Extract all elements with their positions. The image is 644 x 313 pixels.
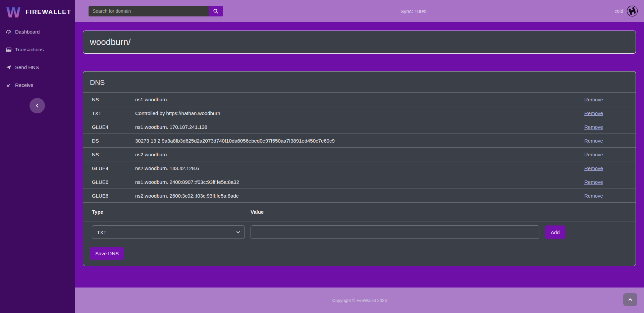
receive-arrow-icon — [6, 82, 12, 88]
dns-record-row: NSns2.woodburn.Remove — [83, 148, 636, 161]
domain-search — [89, 6, 223, 16]
remove-record-link[interactable]: Remove — [584, 152, 603, 157]
remove-record-link[interactable]: Remove — [584, 193, 603, 199]
dns-record-row: GLUE4ns1.woodburn. 170.187.241.138Remove — [83, 120, 636, 134]
remove-record-link[interactable]: Remove — [584, 165, 603, 171]
chevron-left-icon — [35, 103, 40, 108]
search-icon — [213, 8, 219, 14]
type-column-header: Type — [92, 209, 251, 215]
transactions-table-icon — [6, 47, 12, 53]
dns-record-type: TXT — [92, 110, 135, 116]
dns-record-type: NS — [92, 152, 135, 157]
dns-record-value: 30273 13 2 9a3a8fb3d625d2a2073d740f10da6… — [135, 138, 584, 144]
dns-record-value: Controlled by https://nathan.woodburn — [135, 110, 584, 116]
topbar: Sync: 100% cold — [75, 0, 644, 22]
sidebar-collapse-button[interactable] — [30, 98, 45, 113]
remove-record-link[interactable]: Remove — [584, 138, 603, 144]
remove-record-link[interactable]: Remove — [584, 110, 603, 116]
firewallet-logo-icon: W — [5, 5, 21, 19]
brand: W FIREWALLET — [0, 0, 75, 21]
remove-record-link[interactable]: Remove — [584, 124, 603, 130]
dns-record-row: GLUE6ns2.woodburn. 2600:3c02::f03c:93ff:… — [83, 189, 636, 203]
svg-text:W: W — [6, 5, 21, 19]
dns-record-row: GLUE4ns2.woodburn. 143.42.128.6Remove — [83, 161, 636, 175]
dns-record-type: NS — [92, 97, 135, 102]
dns-record-action-cell: Remove — [584, 138, 629, 144]
record-type-select-wrap: TXT — [92, 225, 245, 239]
dns-record-action-cell: Remove — [584, 110, 629, 116]
dns-record-action-cell: Remove — [584, 179, 629, 185]
dns-record-action-cell: Remove — [584, 124, 629, 130]
remove-record-link[interactable]: Remove — [584, 97, 603, 102]
footer: Copyright © FireWallet 2023 — [75, 288, 644, 313]
sidebar-item-label: Dashboard — [15, 29, 40, 35]
dns-record-value: ns2.woodburn. — [135, 152, 584, 157]
dns-record-row: DS30273 13 2 9a3a8fb3d625d2a2073d740f10d… — [83, 134, 636, 148]
value-column-header: Value — [251, 209, 264, 215]
sidebar-item-label: Send HNS — [15, 64, 39, 70]
brand-name: FIREWALLET — [25, 8, 71, 16]
dns-record-type: GLUE6 — [92, 193, 135, 199]
dashboard-gauge-icon — [6, 29, 12, 35]
dns-record-value: ns2.woodburn. 143.42.128.6 — [135, 165, 584, 171]
dns-records: NSns1.woodburn.RemoveTXTControlled by ht… — [83, 93, 636, 203]
dns-record-action-cell: Remove — [584, 193, 629, 199]
wallet-indicator: cold — [614, 5, 638, 17]
send-plane-icon — [6, 64, 12, 70]
sidebar-item-dashboard[interactable]: Dashboard — [0, 23, 75, 41]
dns-record-action-cell: Remove — [584, 165, 629, 171]
dns-record-type: DS — [92, 138, 135, 144]
domain-card: woodburn/ — [83, 31, 636, 54]
page-title: woodburn/ — [90, 37, 130, 47]
record-type-select[interactable]: TXT — [92, 225, 245, 239]
dns-section-title: DNS — [83, 71, 636, 93]
dns-record-value: ns1.woodburn. 170.187.241.138 — [135, 124, 584, 130]
search-input[interactable] — [89, 6, 209, 16]
dns-record-row: GLUE6ns1.woodburn. 2400:8907::f03c:93ff:… — [83, 175, 636, 189]
dns-record-value: ns1.woodburn. — [135, 97, 584, 102]
sync-status: Sync: 100% — [400, 8, 427, 14]
dns-record-type: GLUE4 — [92, 165, 135, 171]
dns-record-value: ns2.woodburn. 2600:3c02::f03c:93ff:fe5a:… — [135, 193, 584, 199]
dns-record-row: TXTControlled by https://nathan.woodburn… — [83, 106, 636, 120]
dns-card: DNS NSns1.woodburn.RemoveTXTControlled b… — [83, 71, 636, 266]
sidebar-item-label: Receive — [15, 82, 33, 88]
add-record-button[interactable]: Add — [545, 225, 566, 239]
scroll-to-top-button[interactable] — [623, 293, 637, 306]
dns-add-form-headers: Type Value — [83, 203, 636, 221]
remove-record-link[interactable]: Remove — [584, 179, 603, 185]
dns-record-action-cell: Remove — [584, 152, 629, 157]
sidebar-item-label: Transactions — [15, 47, 44, 52]
dns-record-row: NSns1.woodburn.Remove — [83, 93, 636, 106]
record-value-input[interactable] — [251, 225, 539, 239]
search-button[interactable] — [209, 6, 223, 16]
dns-record-value: ns1.woodburn. 2400:8907::f03c:93ff:fe5a:… — [135, 179, 584, 185]
dns-record-type: GLUE4 — [92, 124, 135, 130]
wallet-name: cold — [614, 8, 623, 14]
chevron-up-icon — [628, 297, 633, 302]
content-area: woodburn/ DNS NSns1.woodburn.RemoveTXTCo… — [75, 22, 644, 288]
save-area: Save DNS — [83, 243, 636, 266]
sidebar-nav: Dashboard Transactions Send HNS — [0, 23, 75, 94]
handshake-logo-icon[interactable] — [627, 5, 638, 17]
main-column: Sync: 100% cold woodburn/ — [75, 0, 644, 313]
sidebar-item-transactions[interactable]: Transactions — [0, 41, 75, 58]
sidebar: W FIREWALLET Dashboard Tra — [0, 0, 75, 313]
app-window: W FIREWALLET Dashboard Tra — [0, 0, 644, 313]
dns-record-action-cell: Remove — [584, 97, 629, 102]
save-dns-button[interactable]: Save DNS — [90, 247, 124, 260]
copyright-text: Copyright © FireWallet 2023 — [332, 298, 387, 303]
dns-record-type: GLUE6 — [92, 179, 135, 185]
sidebar-item-send-hns[interactable]: Send HNS — [0, 58, 75, 76]
sidebar-item-receive[interactable]: Receive — [0, 76, 75, 94]
dns-add-form: TXT Add — [83, 221, 636, 243]
